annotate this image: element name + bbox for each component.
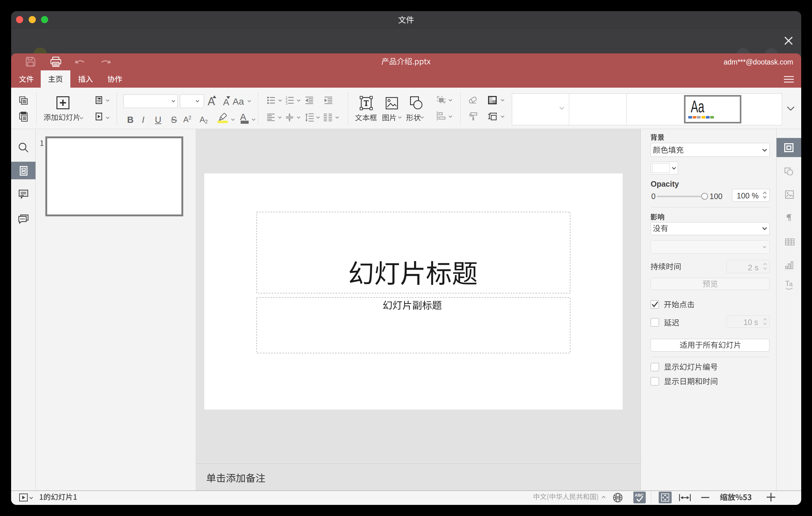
svg-text:a: a	[789, 281, 793, 287]
